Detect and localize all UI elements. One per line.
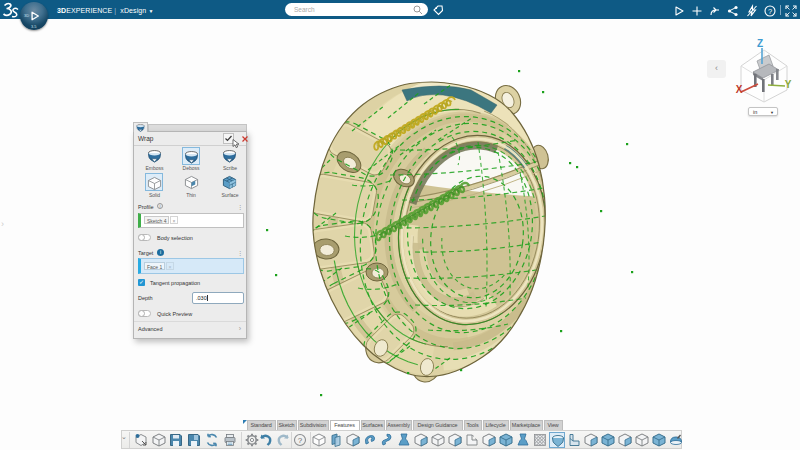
svg-text:Y: Y xyxy=(785,79,792,90)
svg-text:Z: Z xyxy=(757,38,763,49)
svg-text:X: X xyxy=(736,84,743,95)
svg-text:?: ? xyxy=(768,7,772,16)
svg-text:?: ? xyxy=(298,436,303,445)
